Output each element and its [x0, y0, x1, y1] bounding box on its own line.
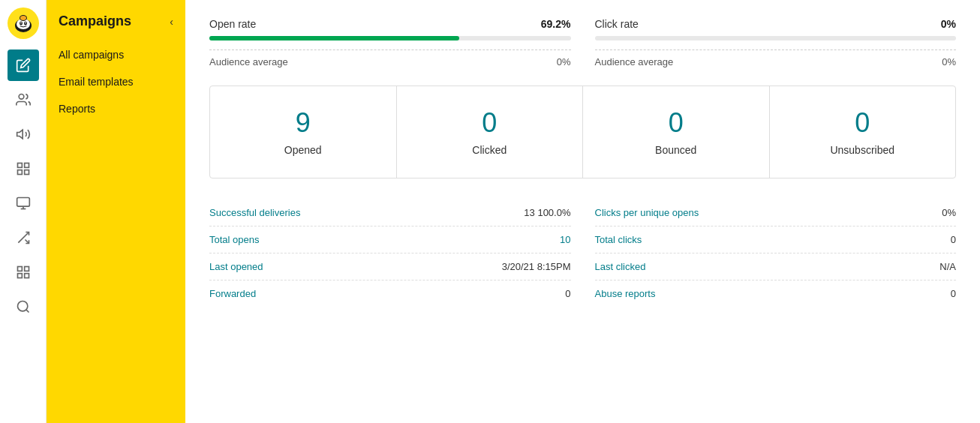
detail-val-deliveries: 13 100.0% — [524, 207, 570, 218]
audience-nav-icon[interactable] — [8, 84, 39, 116]
detail-row-deliveries: Successful deliveries 13 100.0% — [209, 200, 571, 226]
click-rate-header: Click rate 0% — [595, 18, 957, 30]
open-rate-audience-row: Audience average 0% — [209, 50, 571, 68]
detail-key-last-clicked: Last clicked — [595, 261, 646, 272]
svg-point-8 — [20, 16, 26, 20]
detail-key-total-clicks: Total clicks — [595, 234, 642, 245]
open-rate-value: 69.2% — [541, 18, 571, 30]
svg-marker-10 — [17, 130, 23, 139]
svg-rect-20 — [17, 267, 22, 272]
campaigns-nav-icon[interactable] — [8, 118, 39, 150]
stat-unsubscribed-number: 0 — [782, 107, 944, 139]
rates-row: Open rate 69.2% Audience average 0% Clic… — [209, 18, 956, 68]
sidebar-item-all-campaigns[interactable]: All campaigns — [47, 41, 185, 68]
stat-opened-label: Opened — [284, 144, 322, 156]
detail-row-total-opens: Total opens 10 — [209, 226, 571, 254]
svg-rect-14 — [17, 170, 22, 175]
left-detail-col: Successful deliveries 13 100.0% Total op… — [209, 200, 571, 307]
sidebar-item-email-templates[interactable]: Email templates — [47, 68, 185, 95]
stat-bounced-label: Bounced — [655, 144, 696, 156]
detail-val-total-opens: 10 — [560, 234, 570, 245]
detail-key-deliveries: Successful deliveries — [209, 207, 300, 218]
sidebar-collapse-button[interactable]: ‹ — [170, 16, 173, 28]
stat-clicked-number: 0 — [409, 107, 571, 139]
svg-rect-11 — [17, 164, 22, 168]
open-rate-label: Open rate — [209, 18, 256, 30]
detail-row-last-opened: Last opened 3/20/21 8:15PM — [209, 254, 571, 280]
detail-val-total-clicks: 0 — [951, 234, 956, 245]
detail-row-total-clicks: Total clicks 0 — [595, 226, 957, 254]
detail-val-forwarded: 0 — [565, 288, 570, 299]
stat-unsubscribed[interactable]: 0 Unsubscribed — [770, 86, 956, 178]
integrations-nav-icon[interactable] — [8, 153, 39, 184]
svg-rect-21 — [24, 267, 29, 272]
detail-key-clicks-unique: Clicks per unique opens — [595, 207, 699, 218]
app-logo — [8, 8, 39, 39]
search-nav-icon[interactable] — [8, 291, 39, 322]
open-rate-bar-bg — [209, 36, 571, 40]
sidebar: Campaigns ‹ All campaigns Email template… — [47, 0, 185, 423]
sidebar-item-reports[interactable]: Reports — [47, 95, 185, 122]
click-rate-label: Click rate — [595, 18, 639, 30]
svg-rect-22 — [24, 274, 29, 278]
main-content: Open rate 69.2% Audience average 0% Clic… — [185, 0, 980, 423]
click-rate-audience-row: Audience average 0% — [595, 50, 957, 68]
detail-val-last-clicked: N/A — [939, 261, 956, 272]
dashboard-nav-icon[interactable] — [8, 256, 39, 288]
svg-line-25 — [26, 310, 29, 313]
open-rate-block: Open rate 69.2% Audience average 0% — [209, 18, 571, 68]
detail-key-last-opened: Last opened — [209, 261, 263, 272]
detail-row-forwarded: Forwarded 0 — [209, 280, 571, 307]
sidebar-title: Campaigns — [59, 14, 131, 29]
detail-row-clicks-unique: Clicks per unique opens 0% — [595, 200, 957, 226]
detail-row-last-clicked: Last clicked N/A — [595, 254, 957, 280]
edit-nav-icon[interactable] — [8, 50, 39, 81]
stat-clicked[interactable]: 0 Clicked — [397, 86, 584, 178]
open-rate-bar-fill — [209, 36, 459, 40]
detail-key-abuse: Abuse reports — [595, 288, 656, 299]
icon-bar — [0, 0, 47, 423]
svg-rect-12 — [24, 164, 29, 168]
click-rate-audience-label: Audience average — [595, 56, 674, 68]
stat-bounced-number: 0 — [595, 107, 757, 139]
stat-opened[interactable]: 9 Opened — [210, 86, 397, 178]
sidebar-header: Campaigns ‹ — [47, 6, 185, 41]
stat-opened-number: 9 — [222, 107, 384, 139]
detail-key-total-opens: Total opens — [209, 234, 260, 245]
stats-box: 9 Opened 0 Clicked 0 Bounced 0 Unsubscri… — [209, 86, 956, 178]
detail-val-clicks-unique: 0% — [942, 207, 956, 218]
detail-val-abuse: 0 — [951, 288, 956, 299]
open-rate-audience-value: 0% — [557, 56, 571, 68]
automations-nav-icon[interactable] — [8, 222, 39, 254]
svg-rect-23 — [17, 274, 22, 278]
detail-section: Successful deliveries 13 100.0% Total op… — [209, 200, 956, 307]
detail-key-forwarded: Forwarded — [209, 288, 256, 299]
stat-unsubscribed-label: Unsubscribed — [830, 144, 894, 156]
click-rate-value: 0% — [941, 18, 956, 30]
open-rate-audience-label: Audience average — [209, 56, 288, 68]
svg-point-9 — [19, 94, 24, 100]
svg-rect-15 — [17, 198, 29, 207]
open-rate-header: Open rate 69.2% — [209, 18, 571, 30]
svg-point-5 — [20, 22, 22, 24]
detail-row-abuse: Abuse reports 0 — [595, 280, 957, 307]
svg-rect-13 — [24, 170, 29, 175]
click-rate-bar-bg — [595, 36, 957, 40]
detail-val-last-opened: 3/20/21 8:15PM — [502, 261, 571, 272]
stat-bounced[interactable]: 0 Bounced — [583, 86, 770, 178]
right-detail-col: Clicks per unique opens 0% Total clicks … — [595, 200, 957, 307]
stat-clicked-label: Clicked — [472, 144, 507, 156]
click-rate-block: Click rate 0% Audience average 0% — [595, 18, 957, 68]
landing-nav-icon[interactable] — [8, 188, 39, 219]
svg-point-6 — [25, 22, 26, 24]
svg-point-24 — [17, 302, 27, 311]
click-rate-audience-value: 0% — [942, 56, 956, 68]
